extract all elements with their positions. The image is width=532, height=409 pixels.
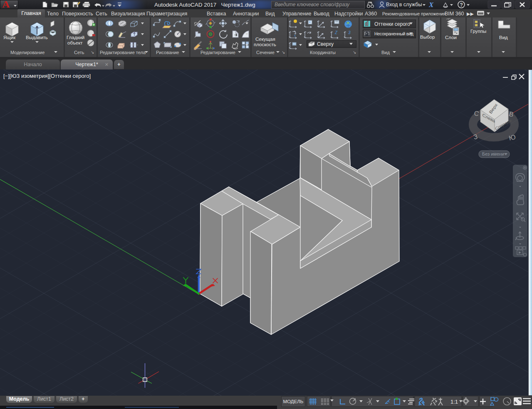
svg-text:Ю: Ю: [508, 133, 516, 141]
svg-text:Без имени: Без имени: [482, 151, 504, 156]
svg-text:?: ?: [460, 2, 463, 8]
svg-text:1:1: 1:1: [450, 399, 458, 405]
svg-text:x: x: [294, 34, 296, 37]
svg-text:Z: Z: [334, 30, 338, 35]
svg-text:A: A: [2, 0, 10, 9]
svg-text:[−][ЮЗ изометрия][Оттенки серо: [−][ЮЗ изометрия][Оттенки серого]: [3, 73, 91, 79]
svg-text:3: 3: [348, 30, 351, 35]
svg-text:X: X: [428, 1, 434, 9]
svg-text:Вход в службы: Вход в службы: [386, 2, 422, 7]
